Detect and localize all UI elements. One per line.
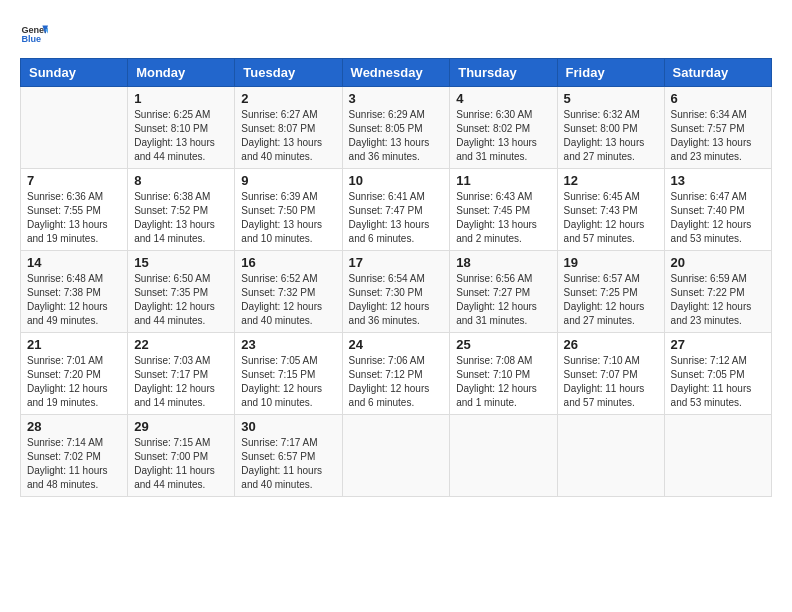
- day-cell: 27Sunrise: 7:12 AM Sunset: 7:05 PM Dayli…: [664, 333, 771, 415]
- day-number: 8: [134, 173, 228, 188]
- day-cell: 9Sunrise: 6:39 AM Sunset: 7:50 PM Daylig…: [235, 169, 342, 251]
- day-cell: [342, 415, 450, 497]
- calendar-table: SundayMondayTuesdayWednesdayThursdayFrid…: [20, 58, 772, 497]
- day-info: Sunrise: 6:59 AM Sunset: 7:22 PM Dayligh…: [671, 272, 765, 328]
- day-info: Sunrise: 6:56 AM Sunset: 7:27 PM Dayligh…: [456, 272, 550, 328]
- day-info: Sunrise: 7:12 AM Sunset: 7:05 PM Dayligh…: [671, 354, 765, 410]
- day-info: Sunrise: 6:45 AM Sunset: 7:43 PM Dayligh…: [564, 190, 658, 246]
- day-cell: 4Sunrise: 6:30 AM Sunset: 8:02 PM Daylig…: [450, 87, 557, 169]
- logo-icon: General Blue: [20, 20, 48, 48]
- day-number: 23: [241, 337, 335, 352]
- day-number: 14: [27, 255, 121, 270]
- day-cell: [450, 415, 557, 497]
- day-info: Sunrise: 6:50 AM Sunset: 7:35 PM Dayligh…: [134, 272, 228, 328]
- header: General Blue: [20, 20, 772, 48]
- calendar-body: 1Sunrise: 6:25 AM Sunset: 8:10 PM Daylig…: [21, 87, 772, 497]
- day-cell: 18Sunrise: 6:56 AM Sunset: 7:27 PM Dayli…: [450, 251, 557, 333]
- day-info: Sunrise: 7:06 AM Sunset: 7:12 PM Dayligh…: [349, 354, 444, 410]
- day-info: Sunrise: 6:48 AM Sunset: 7:38 PM Dayligh…: [27, 272, 121, 328]
- day-number: 30: [241, 419, 335, 434]
- day-info: Sunrise: 7:10 AM Sunset: 7:07 PM Dayligh…: [564, 354, 658, 410]
- day-cell: [664, 415, 771, 497]
- day-number: 2: [241, 91, 335, 106]
- day-number: 1: [134, 91, 228, 106]
- day-cell: 16Sunrise: 6:52 AM Sunset: 7:32 PM Dayli…: [235, 251, 342, 333]
- day-cell: 1Sunrise: 6:25 AM Sunset: 8:10 PM Daylig…: [128, 87, 235, 169]
- day-cell: 25Sunrise: 7:08 AM Sunset: 7:10 PM Dayli…: [450, 333, 557, 415]
- day-info: Sunrise: 6:47 AM Sunset: 7:40 PM Dayligh…: [671, 190, 765, 246]
- day-info: Sunrise: 6:36 AM Sunset: 7:55 PM Dayligh…: [27, 190, 121, 246]
- day-cell: 28Sunrise: 7:14 AM Sunset: 7:02 PM Dayli…: [21, 415, 128, 497]
- day-cell: 26Sunrise: 7:10 AM Sunset: 7:07 PM Dayli…: [557, 333, 664, 415]
- day-number: 5: [564, 91, 658, 106]
- day-number: 6: [671, 91, 765, 106]
- week-row-5: 28Sunrise: 7:14 AM Sunset: 7:02 PM Dayli…: [21, 415, 772, 497]
- day-info: Sunrise: 6:43 AM Sunset: 7:45 PM Dayligh…: [456, 190, 550, 246]
- day-info: Sunrise: 6:32 AM Sunset: 8:00 PM Dayligh…: [564, 108, 658, 164]
- weekday-header-friday: Friday: [557, 59, 664, 87]
- weekday-header-wednesday: Wednesday: [342, 59, 450, 87]
- day-number: 18: [456, 255, 550, 270]
- day-info: Sunrise: 6:57 AM Sunset: 7:25 PM Dayligh…: [564, 272, 658, 328]
- day-info: Sunrise: 7:17 AM Sunset: 6:57 PM Dayligh…: [241, 436, 335, 492]
- day-number: 9: [241, 173, 335, 188]
- day-info: Sunrise: 7:14 AM Sunset: 7:02 PM Dayligh…: [27, 436, 121, 492]
- day-cell: [21, 87, 128, 169]
- day-cell: 30Sunrise: 7:17 AM Sunset: 6:57 PM Dayli…: [235, 415, 342, 497]
- day-info: Sunrise: 6:39 AM Sunset: 7:50 PM Dayligh…: [241, 190, 335, 246]
- day-cell: 13Sunrise: 6:47 AM Sunset: 7:40 PM Dayli…: [664, 169, 771, 251]
- day-info: Sunrise: 7:05 AM Sunset: 7:15 PM Dayligh…: [241, 354, 335, 410]
- day-info: Sunrise: 7:15 AM Sunset: 7:00 PM Dayligh…: [134, 436, 228, 492]
- day-info: Sunrise: 7:03 AM Sunset: 7:17 PM Dayligh…: [134, 354, 228, 410]
- day-cell: 20Sunrise: 6:59 AM Sunset: 7:22 PM Dayli…: [664, 251, 771, 333]
- day-cell: [557, 415, 664, 497]
- week-row-1: 1Sunrise: 6:25 AM Sunset: 8:10 PM Daylig…: [21, 87, 772, 169]
- day-number: 19: [564, 255, 658, 270]
- day-number: 27: [671, 337, 765, 352]
- day-cell: 11Sunrise: 6:43 AM Sunset: 7:45 PM Dayli…: [450, 169, 557, 251]
- day-number: 20: [671, 255, 765, 270]
- day-number: 15: [134, 255, 228, 270]
- day-cell: 6Sunrise: 6:34 AM Sunset: 7:57 PM Daylig…: [664, 87, 771, 169]
- day-cell: 12Sunrise: 6:45 AM Sunset: 7:43 PM Dayli…: [557, 169, 664, 251]
- day-cell: 15Sunrise: 6:50 AM Sunset: 7:35 PM Dayli…: [128, 251, 235, 333]
- day-cell: 14Sunrise: 6:48 AM Sunset: 7:38 PM Dayli…: [21, 251, 128, 333]
- day-number: 11: [456, 173, 550, 188]
- weekday-header-sunday: Sunday: [21, 59, 128, 87]
- weekday-header-monday: Monday: [128, 59, 235, 87]
- day-number: 13: [671, 173, 765, 188]
- day-number: 28: [27, 419, 121, 434]
- week-row-3: 14Sunrise: 6:48 AM Sunset: 7:38 PM Dayli…: [21, 251, 772, 333]
- day-number: 21: [27, 337, 121, 352]
- day-cell: 29Sunrise: 7:15 AM Sunset: 7:00 PM Dayli…: [128, 415, 235, 497]
- day-cell: 17Sunrise: 6:54 AM Sunset: 7:30 PM Dayli…: [342, 251, 450, 333]
- day-info: Sunrise: 7:08 AM Sunset: 7:10 PM Dayligh…: [456, 354, 550, 410]
- week-row-2: 7Sunrise: 6:36 AM Sunset: 7:55 PM Daylig…: [21, 169, 772, 251]
- day-number: 17: [349, 255, 444, 270]
- day-number: 24: [349, 337, 444, 352]
- day-info: Sunrise: 6:41 AM Sunset: 7:47 PM Dayligh…: [349, 190, 444, 246]
- day-info: Sunrise: 6:27 AM Sunset: 8:07 PM Dayligh…: [241, 108, 335, 164]
- day-number: 25: [456, 337, 550, 352]
- day-cell: 8Sunrise: 6:38 AM Sunset: 7:52 PM Daylig…: [128, 169, 235, 251]
- logo: General Blue: [20, 20, 52, 48]
- day-cell: 5Sunrise: 6:32 AM Sunset: 8:00 PM Daylig…: [557, 87, 664, 169]
- weekday-header-thursday: Thursday: [450, 59, 557, 87]
- day-info: Sunrise: 6:29 AM Sunset: 8:05 PM Dayligh…: [349, 108, 444, 164]
- week-row-4: 21Sunrise: 7:01 AM Sunset: 7:20 PM Dayli…: [21, 333, 772, 415]
- weekday-header-tuesday: Tuesday: [235, 59, 342, 87]
- day-cell: 3Sunrise: 6:29 AM Sunset: 8:05 PM Daylig…: [342, 87, 450, 169]
- day-info: Sunrise: 6:54 AM Sunset: 7:30 PM Dayligh…: [349, 272, 444, 328]
- day-number: 4: [456, 91, 550, 106]
- day-number: 12: [564, 173, 658, 188]
- day-cell: 19Sunrise: 6:57 AM Sunset: 7:25 PM Dayli…: [557, 251, 664, 333]
- svg-text:Blue: Blue: [21, 34, 41, 44]
- day-info: Sunrise: 7:01 AM Sunset: 7:20 PM Dayligh…: [27, 354, 121, 410]
- weekday-header-saturday: Saturday: [664, 59, 771, 87]
- day-number: 29: [134, 419, 228, 434]
- day-info: Sunrise: 6:30 AM Sunset: 8:02 PM Dayligh…: [456, 108, 550, 164]
- day-number: 3: [349, 91, 444, 106]
- day-info: Sunrise: 6:38 AM Sunset: 7:52 PM Dayligh…: [134, 190, 228, 246]
- day-cell: 7Sunrise: 6:36 AM Sunset: 7:55 PM Daylig…: [21, 169, 128, 251]
- day-number: 16: [241, 255, 335, 270]
